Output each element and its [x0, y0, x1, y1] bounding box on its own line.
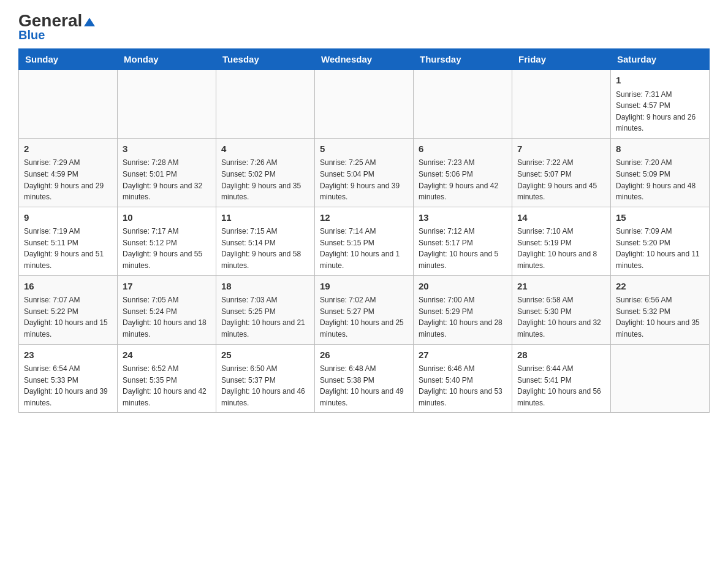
day-header-tuesday: Tuesday — [216, 49, 315, 70]
day-info: Sunrise: 6:58 AM Sunset: 5:30 PM Dayligh… — [517, 294, 605, 340]
day-number: 19 — [320, 280, 408, 294]
day-info: Sunrise: 7:20 AM Sunset: 5:09 PM Dayligh… — [616, 157, 704, 202]
calendar-cell: 5Sunrise: 7:25 AM Sunset: 5:04 PM Daylig… — [315, 138, 414, 207]
day-info: Sunrise: 7:28 AM Sunset: 5:01 PM Dayligh… — [123, 157, 211, 202]
calendar-cell: 23Sunrise: 6:54 AM Sunset: 5:33 PM Dayli… — [19, 344, 118, 413]
calendar-cell: 11Sunrise: 7:15 AM Sunset: 5:14 PM Dayli… — [216, 207, 315, 275]
day-number: 4 — [221, 142, 309, 156]
day-info: Sunrise: 7:14 AM Sunset: 5:15 PM Dayligh… — [320, 226, 408, 271]
day-number: 9 — [24, 211, 112, 225]
day-info: Sunrise: 7:15 AM Sunset: 5:14 PM Dayligh… — [221, 226, 309, 271]
day-header-thursday: Thursday — [414, 49, 512, 70]
calendar-cell: 3Sunrise: 7:28 AM Sunset: 5:01 PM Daylig… — [118, 138, 216, 207]
day-number: 10 — [123, 211, 211, 225]
logo: General Blue — [18, 12, 95, 42]
day-info: Sunrise: 7:00 AM Sunset: 5:29 PM Dayligh… — [419, 294, 507, 340]
calendar-cell: 25Sunrise: 6:50 AM Sunset: 5:37 PM Dayli… — [216, 344, 315, 413]
day-header-monday: Monday — [118, 49, 216, 70]
calendar-cell: 15Sunrise: 7:09 AM Sunset: 5:20 PM Dayli… — [611, 207, 710, 275]
day-number: 11 — [221, 211, 309, 225]
week-row-0: 1Sunrise: 7:31 AM Sunset: 4:57 PM Daylig… — [19, 70, 710, 139]
day-number: 14 — [517, 211, 605, 225]
calendar-cell: 24Sunrise: 6:52 AM Sunset: 5:35 PM Dayli… — [118, 344, 216, 413]
day-info: Sunrise: 6:46 AM Sunset: 5:40 PM Dayligh… — [419, 363, 507, 408]
calendar-cell — [512, 70, 611, 139]
calendar-cell: 26Sunrise: 6:48 AM Sunset: 5:38 PM Dayli… — [315, 344, 414, 413]
calendar-cell: 8Sunrise: 7:20 AM Sunset: 5:09 PM Daylig… — [611, 138, 710, 207]
calendar-cell: 9Sunrise: 7:19 AM Sunset: 5:11 PM Daylig… — [19, 207, 118, 275]
calendar-cell: 7Sunrise: 7:22 AM Sunset: 5:07 PM Daylig… — [512, 138, 611, 207]
calendar-cell: 20Sunrise: 7:00 AM Sunset: 5:29 PM Dayli… — [414, 275, 512, 344]
day-number: 27 — [419, 348, 507, 362]
day-header-saturday: Saturday — [611, 49, 710, 70]
day-info: Sunrise: 6:54 AM Sunset: 5:33 PM Dayligh… — [24, 363, 112, 408]
day-info: Sunrise: 6:48 AM Sunset: 5:38 PM Dayligh… — [320, 363, 408, 408]
day-number: 24 — [123, 348, 211, 362]
day-header-sunday: Sunday — [19, 49, 118, 70]
day-info: Sunrise: 7:03 AM Sunset: 5:25 PM Dayligh… — [221, 294, 309, 340]
day-info: Sunrise: 7:25 AM Sunset: 5:04 PM Dayligh… — [320, 157, 408, 202]
day-number: 23 — [24, 348, 112, 362]
day-number: 7 — [517, 142, 605, 156]
day-info: Sunrise: 7:22 AM Sunset: 5:07 PM Dayligh… — [517, 157, 605, 202]
page-header: General Blue — [18, 12, 710, 42]
calendar-cell: 27Sunrise: 6:46 AM Sunset: 5:40 PM Dayli… — [414, 344, 512, 413]
calendar-cell: 21Sunrise: 6:58 AM Sunset: 5:30 PM Dayli… — [512, 275, 611, 344]
day-number: 17 — [123, 280, 211, 294]
calendar-cell: 13Sunrise: 7:12 AM Sunset: 5:17 PM Dayli… — [414, 207, 512, 275]
day-info: Sunrise: 6:52 AM Sunset: 5:35 PM Dayligh… — [123, 363, 211, 408]
calendar-cell: 28Sunrise: 6:44 AM Sunset: 5:41 PM Dayli… — [512, 344, 611, 413]
week-row-2: 9Sunrise: 7:19 AM Sunset: 5:11 PM Daylig… — [19, 207, 710, 275]
day-number: 22 — [616, 280, 704, 294]
calendar-cell — [315, 70, 414, 139]
calendar-table: SundayMondayTuesdayWednesdayThursdayFrid… — [18, 48, 710, 413]
calendar-cell: 6Sunrise: 7:23 AM Sunset: 5:06 PM Daylig… — [414, 138, 512, 207]
week-row-4: 23Sunrise: 6:54 AM Sunset: 5:33 PM Dayli… — [19, 344, 710, 413]
calendar-cell — [414, 70, 512, 139]
day-info: Sunrise: 6:44 AM Sunset: 5:41 PM Dayligh… — [517, 363, 605, 408]
day-number: 28 — [517, 348, 605, 362]
week-row-3: 16Sunrise: 7:07 AM Sunset: 5:22 PM Dayli… — [19, 275, 710, 344]
calendar-cell — [216, 70, 315, 139]
day-number: 21 — [517, 280, 605, 294]
day-info: Sunrise: 7:19 AM Sunset: 5:11 PM Dayligh… — [24, 226, 112, 271]
calendar-cell: 18Sunrise: 7:03 AM Sunset: 5:25 PM Dayli… — [216, 275, 315, 344]
day-info: Sunrise: 6:50 AM Sunset: 5:37 PM Dayligh… — [221, 363, 309, 408]
day-number: 25 — [221, 348, 309, 362]
calendar-cell — [611, 344, 710, 413]
calendar-cell: 17Sunrise: 7:05 AM Sunset: 5:24 PM Dayli… — [118, 275, 216, 344]
day-number: 6 — [419, 142, 507, 156]
day-info: Sunrise: 7:17 AM Sunset: 5:12 PM Dayligh… — [123, 226, 211, 271]
calendar-cell: 1Sunrise: 7:31 AM Sunset: 4:57 PM Daylig… — [611, 70, 710, 139]
day-number: 20 — [419, 280, 507, 294]
day-info: Sunrise: 7:07 AM Sunset: 5:22 PM Dayligh… — [24, 294, 112, 340]
day-number: 26 — [320, 348, 408, 362]
day-info: Sunrise: 7:31 AM Sunset: 4:57 PM Dayligh… — [616, 89, 704, 134]
day-info: Sunrise: 7:09 AM Sunset: 5:20 PM Dayligh… — [616, 226, 704, 271]
calendar-cell: 10Sunrise: 7:17 AM Sunset: 5:12 PM Dayli… — [118, 207, 216, 275]
day-header-wednesday: Wednesday — [315, 49, 414, 70]
calendar-cell: 12Sunrise: 7:14 AM Sunset: 5:15 PM Dayli… — [315, 207, 414, 275]
week-row-1: 2Sunrise: 7:29 AM Sunset: 4:59 PM Daylig… — [19, 138, 710, 207]
day-info: Sunrise: 7:29 AM Sunset: 4:59 PM Dayligh… — [24, 157, 112, 202]
days-header-row: SundayMondayTuesdayWednesdayThursdayFrid… — [19, 49, 710, 70]
day-number: 12 — [320, 211, 408, 225]
day-number: 5 — [320, 142, 408, 156]
day-number: 3 — [123, 142, 211, 156]
day-header-friday: Friday — [512, 49, 611, 70]
day-info: Sunrise: 6:56 AM Sunset: 5:32 PM Dayligh… — [616, 294, 704, 340]
calendar-cell: 4Sunrise: 7:26 AM Sunset: 5:02 PM Daylig… — [216, 138, 315, 207]
day-number: 15 — [616, 211, 704, 225]
day-number: 18 — [221, 280, 309, 294]
day-info: Sunrise: 7:02 AM Sunset: 5:27 PM Dayligh… — [320, 294, 408, 340]
day-number: 1 — [616, 74, 704, 88]
day-info: Sunrise: 7:12 AM Sunset: 5:17 PM Dayligh… — [419, 226, 507, 271]
day-number: 2 — [24, 142, 112, 156]
day-info: Sunrise: 7:10 AM Sunset: 5:19 PM Dayligh… — [517, 226, 605, 271]
day-info: Sunrise: 7:26 AM Sunset: 5:02 PM Dayligh… — [221, 157, 309, 202]
calendar-cell: 19Sunrise: 7:02 AM Sunset: 5:27 PM Dayli… — [315, 275, 414, 344]
day-number: 13 — [419, 211, 507, 225]
calendar-cell: 16Sunrise: 7:07 AM Sunset: 5:22 PM Dayli… — [19, 275, 118, 344]
day-info: Sunrise: 7:05 AM Sunset: 5:24 PM Dayligh… — [123, 294, 211, 340]
day-number: 8 — [616, 142, 704, 156]
